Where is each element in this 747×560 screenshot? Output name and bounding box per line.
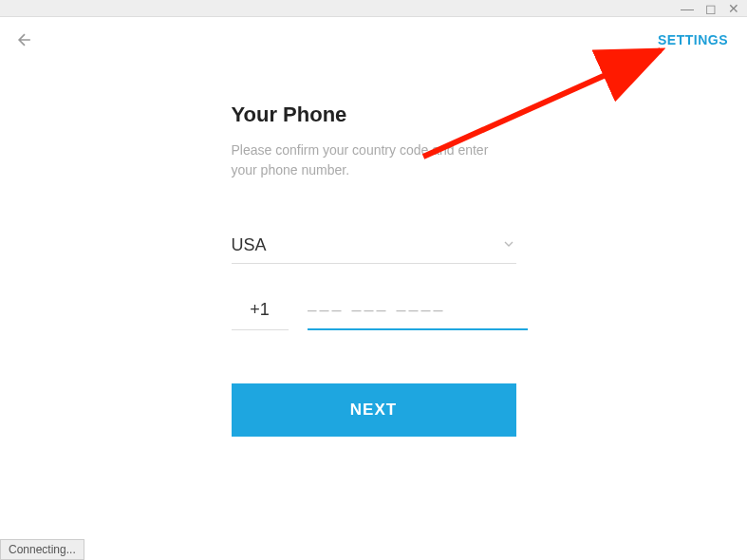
minimize-icon[interactable]: — <box>681 2 694 15</box>
login-form: Your Phone Please confirm your country c… <box>232 103 516 437</box>
country-selector[interactable]: USA <box>232 235 516 264</box>
page-subtitle: Please confirm your country code and ent… <box>232 140 516 180</box>
page-title: Your Phone <box>232 103 516 127</box>
country-value: USA <box>232 235 267 255</box>
country-code-input[interactable] <box>232 300 289 330</box>
window-titlebar: — ◻ ✕ <box>0 0 747 17</box>
settings-link[interactable]: SETTINGS <box>658 32 728 47</box>
phone-row <box>232 300 516 330</box>
maximize-icon[interactable]: ◻ <box>705 2 717 15</box>
arrow-left-icon <box>15 30 34 49</box>
app-header: SETTINGS <box>0 17 747 49</box>
status-bar: Connecting... <box>0 539 84 560</box>
phone-number-input[interactable] <box>308 300 528 330</box>
close-icon[interactable]: ✕ <box>728 2 739 15</box>
back-button[interactable] <box>15 30 34 49</box>
chevron-down-icon <box>501 236 516 255</box>
next-button[interactable]: NEXT <box>232 383 516 437</box>
